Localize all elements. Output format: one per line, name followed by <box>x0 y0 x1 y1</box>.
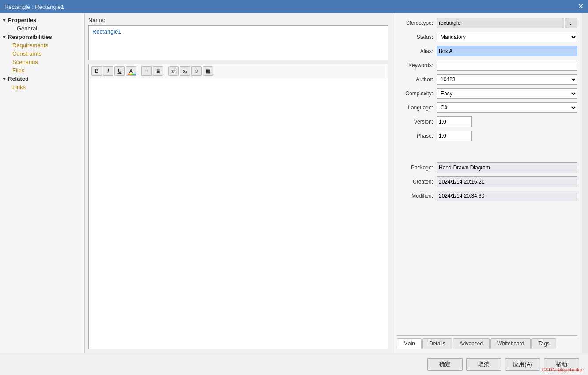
toolbar-sep1 <box>139 67 139 75</box>
title-bar: Rectangle : Rectangle1 ✕ <box>0 0 588 13</box>
phase-label: Phase: <box>397 133 437 139</box>
author-row: Author: 10423 <box>397 74 577 85</box>
alias-label: Alias: <box>397 48 437 54</box>
name-value: Rectangle1 <box>92 28 121 35</box>
sidebar-label-scenarios: Scenarios <box>12 59 38 65</box>
version-label: Version: <box>397 119 437 125</box>
modified-row: Modified: 2024/1/14 20:34:30 <box>397 191 577 201</box>
arrow-icon: ▼ <box>2 34 8 40</box>
sidebar-item-properties[interactable]: ▼ Properties <box>0 16 84 24</box>
toolbar-sep2 <box>166 67 166 75</box>
sidebar-item-related[interactable]: ▼ Related <box>0 75 84 83</box>
sidebar-item-responsibilities[interactable]: ▼ Responsibilities <box>0 33 84 41</box>
sidebar-item-requirements[interactable]: Requirements <box>0 41 84 49</box>
stereotype-input-group: .. <box>437 18 577 28</box>
underline-button[interactable]: U <box>114 66 125 76</box>
watermark: CSDN @quebridge <box>542 367 584 372</box>
right-panel: Name: Rectangle1 B I U A ≡ ≣ x² x₂ <box>85 13 392 353</box>
subscript-button[interactable]: x₂ <box>180 66 190 76</box>
sidebar-label-general: General <box>17 25 37 32</box>
language-row: Language: C# Java Python <box>397 102 577 113</box>
sidebar-item-files[interactable]: Files <box>0 66 84 75</box>
package-value: Hand-Drawn Diagram <box>437 162 577 173</box>
status-row: Status: Mandatory Optional Proposed Appr… <box>397 32 577 42</box>
stereotype-row: Stereotype: .. <box>397 18 577 28</box>
editor-body[interactable] <box>89 78 388 349</box>
tab-whiteboard[interactable]: Whiteboard <box>490 338 531 349</box>
cancel-button[interactable]: 取消 <box>466 358 501 371</box>
name-label: Name: <box>88 17 388 23</box>
modified-label: Modified: <box>397 193 437 199</box>
complexity-label: Complexity: <box>397 90 437 97</box>
sidebar-label-links: Links <box>12 84 26 90</box>
stereotype-input[interactable] <box>437 18 564 28</box>
name-section: Name: Rectangle1 <box>88 17 388 60</box>
sidebar-label-related: Related <box>8 75 29 82</box>
keywords-row: Keywords: <box>397 60 577 71</box>
sidebar-item-general[interactable]: General <box>0 24 84 33</box>
numbered-list-button[interactable]: ≣ <box>153 66 163 76</box>
created-value: 2024/1/14 20:16:21 <box>437 176 577 187</box>
modified-value: 2024/1/14 20:34:30 <box>437 191 577 201</box>
footer: 确定 取消 应用(A) 帮助 <box>0 353 588 375</box>
version-input[interactable] <box>437 116 472 127</box>
tab-main[interactable]: Main <box>397 338 422 349</box>
bold-button[interactable]: B <box>91 66 102 76</box>
color-button[interactable]: A <box>126 66 136 76</box>
package-row: Package: Hand-Drawn Diagram <box>397 162 577 173</box>
sidebar-label-responsibilities: Responsibilities <box>8 34 52 40</box>
arrow-icon: ▼ <box>2 18 8 23</box>
sidebar-item-constraints[interactable]: Constraints <box>0 49 84 58</box>
package-label: Package: <box>397 165 437 171</box>
status-select[interactable]: Mandatory Optional Proposed Approved <box>437 32 577 42</box>
phase-row: Phase: <box>397 131 577 141</box>
scroll-indicator[interactable] <box>582 13 588 353</box>
tab-details[interactable]: Details <box>422 338 452 349</box>
emoji-button[interactable]: ☺ <box>191 66 202 76</box>
sidebar-label-properties: Properties <box>8 17 36 23</box>
version-row: Version: <box>397 116 577 127</box>
author-label: Author: <box>397 76 437 82</box>
stereotype-browse-button[interactable]: .. <box>565 18 577 28</box>
italic-button[interactable]: I <box>103 66 113 76</box>
image-button[interactable]: ▦ <box>203 66 213 76</box>
sidebar-label-constraints: Constraints <box>12 50 41 57</box>
sidebar: ▼ Properties General ▼ Responsibilities … <box>0 13 85 353</box>
phase-input[interactable] <box>437 131 472 141</box>
sidebar-label-requirements: Requirements <box>12 42 48 49</box>
confirm-button[interactable]: 确定 <box>427 358 463 371</box>
sidebar-item-links[interactable]: Links <box>0 83 84 91</box>
sidebar-item-scenarios[interactable]: Scenarios <box>0 58 84 66</box>
sidebar-label-files: Files <box>12 67 24 74</box>
editor-area: B I U A ≡ ≣ x² x₂ ☺ ▦ <box>88 64 388 349</box>
properties-panel: Stereotype: .. Status: Mandatory Optiona… <box>392 13 582 353</box>
apply-button[interactable]: 应用(A) <box>505 358 540 371</box>
close-button[interactable]: ✕ <box>578 3 584 10</box>
tab-advanced[interactable]: Advanced <box>453 338 490 349</box>
complexity-row: Complexity: Easy Medium Hard <box>397 88 577 99</box>
name-value-box: Rectangle1 <box>88 25 388 60</box>
language-select[interactable]: C# Java Python <box>437 102 577 113</box>
bottom-tabs: Main Details Advanced Whiteboard Tags <box>397 335 577 349</box>
main-container: ▼ Properties General ▼ Responsibilities … <box>0 13 588 353</box>
created-row: Created: 2024/1/14 20:16:21 <box>397 176 577 187</box>
arrow-icon: ▼ <box>2 76 8 82</box>
superscript-button[interactable]: x² <box>168 66 179 76</box>
alias-row: Alias: <box>397 46 577 56</box>
complexity-select[interactable]: Easy Medium Hard <box>437 88 577 99</box>
keywords-input[interactable] <box>437 60 577 71</box>
window-title: Rectangle : Rectangle1 <box>4 4 64 10</box>
stereotype-label: Stereotype: <box>397 20 437 26</box>
keywords-label: Keywords: <box>397 62 437 68</box>
bullet-list-button[interactable]: ≡ <box>141 66 152 76</box>
toolbar: B I U A ≡ ≣ x² x₂ ☺ ▦ <box>89 64 388 78</box>
alias-input[interactable] <box>437 46 577 56</box>
created-label: Created: <box>397 179 437 185</box>
language-label: Language: <box>397 105 437 111</box>
status-label: Status: <box>397 34 437 40</box>
tab-tags[interactable]: Tags <box>531 338 556 349</box>
author-select[interactable]: 10423 <box>437 74 577 85</box>
